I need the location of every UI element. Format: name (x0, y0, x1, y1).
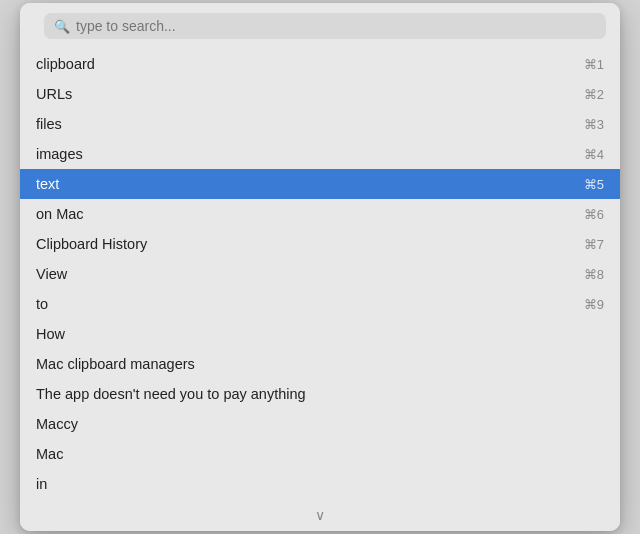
list-item[interactable]: Mac (20, 439, 620, 469)
item-shortcut: ⌘2 (584, 87, 604, 102)
list-item[interactable]: Clipboard History⌘7 (20, 229, 620, 259)
item-label: Maccy (36, 416, 78, 432)
item-label: text (36, 176, 59, 192)
chevron-down-icon: ∨ (315, 507, 325, 523)
item-label: in (36, 476, 47, 492)
item-shortcut: ⌘6 (584, 207, 604, 222)
list-item[interactable]: URLs⌘2 (20, 79, 620, 109)
item-label: View (36, 266, 67, 282)
list-item[interactable]: Mac clipboard managers (20, 349, 620, 379)
header: 🔍 (20, 3, 620, 49)
list-item[interactable]: clipboard⌘1 (20, 49, 620, 79)
item-label: Clipboard History (36, 236, 147, 252)
item-label: Mac clipboard managers (36, 356, 195, 372)
item-shortcut: ⌘1 (584, 57, 604, 72)
list-item[interactable]: files⌘3 (20, 109, 620, 139)
item-shortcut: ⌘9 (584, 297, 604, 312)
list-item[interactable]: text⌘5 (20, 169, 620, 199)
footer: ∨ (20, 499, 620, 531)
item-label: files (36, 116, 62, 132)
search-input[interactable] (76, 18, 596, 34)
items-list: clipboard⌘1URLs⌘2files⌘3images⌘4text⌘5on… (20, 49, 620, 499)
list-item[interactable]: to⌘9 (20, 289, 620, 319)
app-window: 🔍 clipboard⌘1URLs⌘2files⌘3images⌘4text⌘5… (20, 3, 620, 531)
list-item[interactable]: images⌘4 (20, 139, 620, 169)
item-shortcut: ⌘8 (584, 267, 604, 282)
item-label: The app doesn't need you to pay anything (36, 386, 306, 402)
list-item[interactable]: The app doesn't need you to pay anything (20, 379, 620, 409)
list-item[interactable]: Maccy (20, 409, 620, 439)
item-shortcut: ⌘7 (584, 237, 604, 252)
item-label: images (36, 146, 83, 162)
item-label: Mac (36, 446, 63, 462)
item-label: How (36, 326, 65, 342)
list-item[interactable]: View⌘8 (20, 259, 620, 289)
search-bar[interactable]: 🔍 (44, 13, 606, 39)
item-label: clipboard (36, 56, 95, 72)
item-shortcut: ⌘4 (584, 147, 604, 162)
item-label: to (36, 296, 48, 312)
item-label: on Mac (36, 206, 84, 222)
item-shortcut: ⌘5 (584, 177, 604, 192)
list-item[interactable]: on Mac⌘6 (20, 199, 620, 229)
search-icon: 🔍 (54, 19, 70, 34)
list-item[interactable]: in (20, 469, 620, 499)
list-item[interactable]: How (20, 319, 620, 349)
item-shortcut: ⌘3 (584, 117, 604, 132)
item-label: URLs (36, 86, 72, 102)
